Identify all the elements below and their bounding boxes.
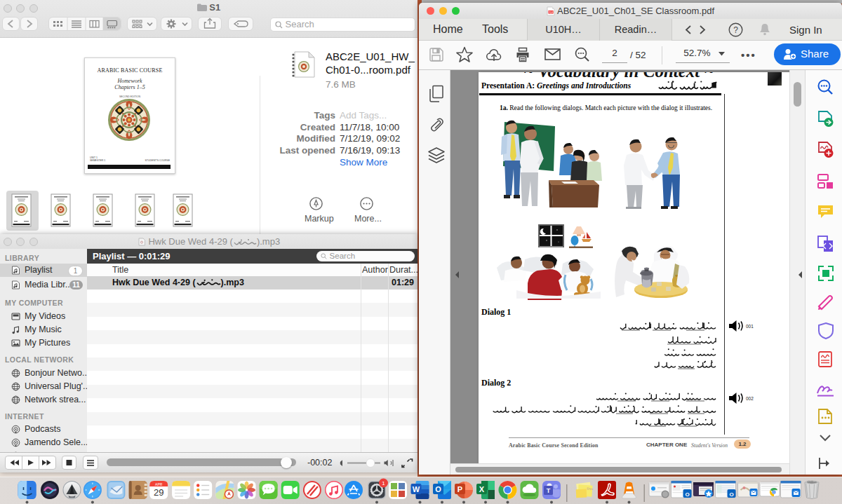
svg-text:P: P: [457, 485, 462, 493]
svg-text:W: W: [413, 485, 420, 493]
svg-text:O: O: [435, 485, 441, 493]
svg-text:T: T: [547, 487, 551, 494]
svg-text:Expo: Expo: [587, 486, 594, 491]
svg-text:1: 1: [382, 480, 385, 486]
svg-text:29: 29: [154, 487, 163, 498]
svg-text:002: 002: [746, 396, 754, 401]
svg-text:?: ?: [733, 25, 738, 35]
svg-text:001: 001: [746, 324, 754, 329]
svg-text:O: O: [729, 491, 733, 498]
svg-text:O: O: [685, 491, 689, 498]
svg-text:PDF: PDF: [548, 11, 554, 14]
svg-text:APR: APR: [155, 482, 163, 486]
svg-text:X: X: [479, 485, 485, 493]
